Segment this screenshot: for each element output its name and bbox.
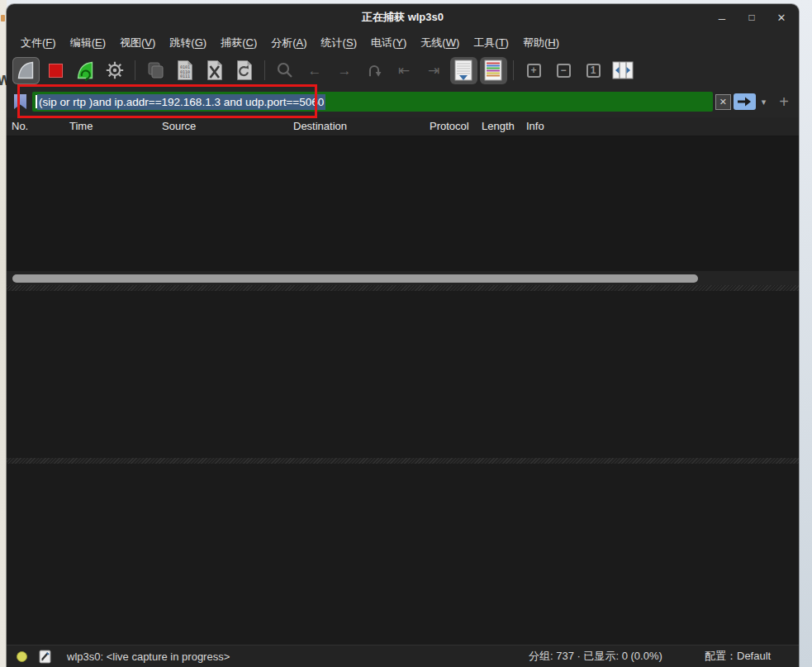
bookmark-icon[interactable] [14, 94, 26, 109]
column-header-no[interactable]: No. [12, 120, 28, 132]
zoom-original-button[interactable]: 1 [580, 57, 607, 84]
menu-item-analyze[interactable]: 分析(A) [268, 34, 309, 52]
menu-item-wireless[interactable]: 无线(W) [418, 34, 462, 52]
desktop-background-left: W [0, 0, 7, 667]
menu-item-telephony[interactable]: 电话(Y) [368, 34, 409, 52]
menu-item-edit[interactable]: 编辑(E) [68, 34, 108, 52]
profile-status[interactable]: 配置：Default [705, 649, 771, 664]
go-back-button[interactable]: ← [302, 57, 329, 84]
svg-text:0111: 0111 [180, 74, 190, 79]
display-filter-input[interactable]: (sip or rtp )and ip.addr==192.168.1.3 an… [32, 92, 713, 112]
restart-capture-button[interactable] [72, 57, 99, 84]
desktop-partial-glyph: W [0, 73, 7, 88]
column-header-destination[interactable]: Destination [293, 120, 347, 132]
filter-bar: (sip or rtp )and ip.addr==192.168.1.3 an… [7, 86, 799, 117]
column-header-length[interactable]: Length [482, 120, 515, 132]
open-file-icon [145, 60, 166, 81]
go-to-packet-button[interactable] [361, 57, 388, 84]
add-filter-button[interactable]: + [779, 93, 789, 110]
packets-summary-text: 分组: 737 · 已显示: 0 (0.0%) [529, 649, 662, 664]
goto-arrow-icon [365, 61, 383, 79]
arrow-right-icon: → [338, 64, 352, 78]
menu-item-help[interactable]: 帮助(H) [520, 34, 562, 52]
close-icon[interactable]: ✕ [776, 12, 787, 24]
restart-shark-fin-icon [74, 60, 96, 81]
toolbar-separator [513, 60, 514, 80]
menu-item-tools[interactable]: 工具(T) [471, 34, 511, 52]
gear-icon [104, 60, 126, 81]
arrow-left-icon: ← [308, 64, 322, 78]
main-toolbar: 0101 0110 0111 [7, 55, 799, 86]
capture-options-button[interactable] [102, 57, 129, 84]
reload-file-button[interactable] [231, 57, 259, 84]
close-file-icon [205, 60, 225, 81]
clear-filter-button[interactable]: ✕ [715, 94, 731, 110]
arrow-to-end-icon: ⇥ [428, 64, 439, 78]
menu-item-file[interactable]: 文件(F) [18, 34, 59, 52]
find-packet-button[interactable] [272, 57, 299, 84]
go-forward-button[interactable]: → [331, 57, 359, 84]
zoom-in-icon: + [527, 64, 541, 78]
arrow-to-start-icon: ⇤ [398, 64, 410, 78]
toolbar-separator [264, 60, 265, 80]
start-capture-button[interactable] [12, 57, 40, 84]
horizontal-scrollbar[interactable] [7, 270, 799, 285]
stop-capture-button[interactable] [42, 57, 69, 84]
window-title: 正在捕获 wlp3s0 [7, 4, 799, 31]
toolbar-separator [135, 60, 135, 80]
column-header-source[interactable]: Source [162, 120, 196, 132]
colorize-button[interactable] [480, 57, 507, 84]
apply-arrow-icon [737, 97, 752, 107]
scrollbar-thumb[interactable] [12, 274, 698, 283]
profile-label: 配置： [705, 650, 737, 662]
minimize-icon[interactable]: – [716, 11, 728, 25]
desktop-speck [1, 15, 5, 21]
packet-list-pane[interactable] [7, 136, 799, 270]
expert-info-icon[interactable] [17, 651, 27, 662]
packet-list-header: No.TimeSourceDestinationProtocolLengthIn… [7, 117, 799, 136]
zoom-in-button[interactable]: + [520, 57, 548, 84]
open-file-button[interactable] [142, 57, 169, 84]
menu-item-capture[interactable]: 捕获(C) [218, 34, 259, 52]
title-bar[interactable]: 正在捕获 wlp3s0 – □ ✕ [7, 4, 799, 31]
stop-square-icon [49, 64, 63, 78]
profile-value: Default [737, 650, 771, 662]
menu-item-go[interactable]: 跳转(G) [167, 34, 209, 52]
pane-splitter[interactable] [7, 458, 799, 464]
colorize-icon [482, 59, 504, 82]
zoom-out-button[interactable]: − [550, 57, 577, 84]
go-first-button[interactable]: ⇤ [391, 57, 418, 84]
packet-details-pane[interactable] [7, 291, 799, 458]
filter-dropdown-caret-icon[interactable]: ▾ [762, 97, 767, 107]
filter-text-selected: (sip or rtp )and ip.addr==192.168.1.3 an… [37, 94, 325, 110]
auto-scroll-icon [453, 59, 474, 82]
resize-columns-icon [611, 60, 634, 80]
zoom-original-icon: 1 [586, 64, 601, 78]
shark-fin-icon [15, 60, 36, 81]
search-icon [275, 60, 295, 80]
go-last-button[interactable]: ⇥ [420, 57, 448, 84]
capture-status-text[interactable]: wlp3s0: <live capture in progress> [67, 650, 230, 663]
wireshark-window: 正在捕获 wlp3s0 – □ ✕ 文件(F)编辑(E)视图(V)跳转(G)捕获… [7, 4, 799, 667]
close-file-button[interactable] [202, 57, 229, 84]
save-file-icon: 0101 0110 0111 [175, 60, 195, 81]
menu-item-view[interactable]: 视图(V) [117, 34, 158, 52]
menu-item-statistics[interactable]: 统计(S) [319, 34, 359, 52]
column-header-time[interactable]: Time [69, 120, 93, 132]
column-header-protocol[interactable]: Protocol [430, 120, 469, 132]
save-file-button[interactable]: 0101 0110 0111 [172, 57, 199, 84]
status-bar: wlp3s0: <live capture in progress> 分组: 7… [7, 645, 799, 667]
capture-comment-icon[interactable] [39, 650, 52, 664]
apply-filter-button[interactable] [734, 93, 756, 110]
window-controls: – □ ✕ [716, 4, 787, 31]
maximize-icon[interactable]: □ [746, 12, 757, 23]
pane-splitter[interactable] [7, 285, 799, 291]
packet-bytes-pane[interactable] [7, 464, 799, 645]
menu-bar: 文件(F)编辑(E)视图(V)跳转(G)捕获(C)分析(A)统计(S)电话(Y)… [7, 31, 799, 55]
zoom-out-icon: − [557, 64, 571, 78]
resize-columns-button[interactable] [610, 57, 637, 84]
reload-file-icon [235, 60, 254, 81]
column-header-info[interactable]: Info [526, 120, 544, 132]
auto-scroll-button[interactable] [450, 57, 477, 84]
